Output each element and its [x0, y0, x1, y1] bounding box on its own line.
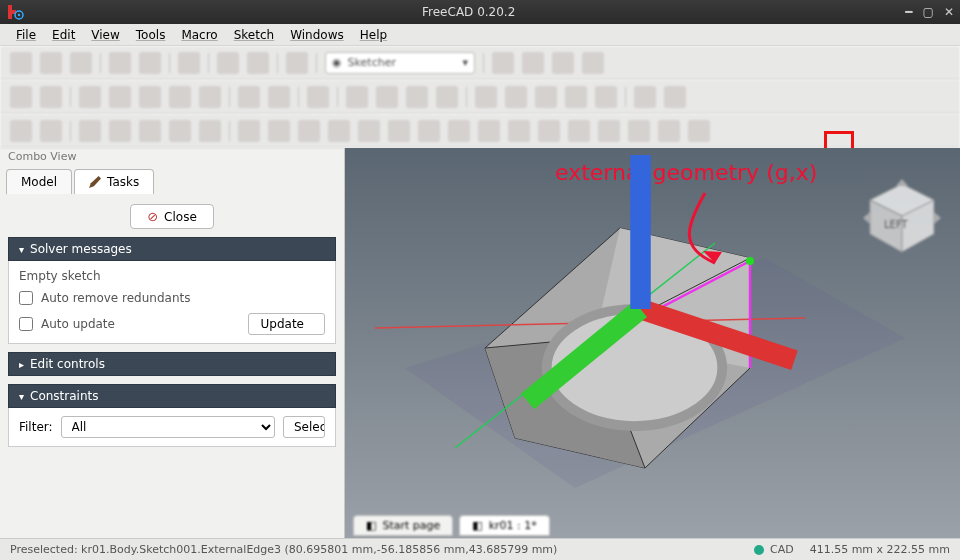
play-icon[interactable] [582, 52, 604, 74]
window-maximize-icon[interactable]: ▢ [923, 5, 934, 19]
right-arrow-icon[interactable] [169, 86, 191, 108]
sketch-enter-icon[interactable] [346, 86, 368, 108]
freecad-small-icon: ◧ [366, 519, 376, 532]
window-minimize-icon[interactable]: ━ [905, 5, 912, 19]
carbon-copy-icon[interactable] [658, 120, 680, 142]
menu-sketch[interactable]: Sketch [228, 26, 280, 44]
new-icon[interactable] [10, 52, 32, 74]
menu-tools[interactable]: Tools [130, 26, 172, 44]
constraints-icon-4[interactable] [565, 86, 587, 108]
front-icon[interactable] [109, 86, 131, 108]
3d-viewport[interactable]: external geometry (g,x) LEFT [345, 148, 960, 538]
constraints-icon-3[interactable] [535, 86, 557, 108]
menu-file[interactable]: File [10, 26, 42, 44]
close-button[interactable]: Close [130, 204, 214, 229]
slot-geom-icon[interactable] [478, 120, 500, 142]
toolbar-view [0, 80, 960, 114]
status-bar: Preselected: kr01.Body.Sketch001.Externa… [0, 538, 960, 560]
sketch-leave-icon[interactable] [376, 86, 398, 108]
combo-view-title: Combo View [0, 148, 344, 165]
ellipse-geom-icon[interactable] [328, 120, 350, 142]
status-indicator-icon [754, 545, 764, 555]
tab-model[interactable]: Model [6, 169, 72, 194]
constraints-icon-2[interactable] [505, 86, 527, 108]
edit-controls-header[interactable]: Edit controls [8, 352, 336, 376]
menu-macro[interactable]: Macro [175, 26, 223, 44]
open-icon[interactable] [40, 52, 62, 74]
polyline-geom-icon[interactable] [388, 120, 410, 142]
polygon-geom-icon[interactable] [448, 120, 470, 142]
circle-geom-icon[interactable] [298, 120, 320, 142]
auto-update-checkbox[interactable]: Auto update [19, 317, 115, 331]
rect-geom-icon[interactable] [418, 120, 440, 142]
chevron-down-icon: ▾ [462, 56, 468, 69]
macros-icon[interactable] [552, 52, 574, 74]
combo-view-panel: Combo View Model Tasks Close Solver mess… [0, 148, 345, 538]
tab-tasks[interactable]: Tasks [74, 169, 154, 194]
left-arrow-icon[interactable] [139, 86, 161, 108]
split-icon[interactable] [598, 120, 620, 142]
cube-icon[interactable] [199, 86, 221, 108]
whatsthis-icon[interactable] [286, 52, 308, 74]
record-icon[interactable] [492, 52, 514, 74]
drawmode-icon[interactable] [268, 86, 290, 108]
constraints-icon-5[interactable] [595, 86, 617, 108]
zoom-icon[interactable] [238, 86, 260, 108]
external-geometry-icon[interactable] [628, 120, 650, 142]
menu-windows[interactable]: Windows [284, 26, 350, 44]
menu-bar: File Edit View Tools Macro Sketch Window… [0, 24, 960, 46]
filter-select[interactable]: All [61, 416, 275, 438]
vert-constr-icon[interactable] [109, 120, 131, 142]
fit-sel-icon[interactable] [40, 86, 62, 108]
perp-constr-icon[interactable] [169, 120, 191, 142]
tab-kr01[interactable]: ◧ kr01 : 1* [459, 515, 550, 536]
mirror-icon[interactable] [634, 86, 656, 108]
merge-icon[interactable] [664, 86, 686, 108]
iso-icon[interactable] [79, 86, 101, 108]
status-nav-style[interactable]: CAD [770, 543, 794, 556]
extend-icon[interactable] [568, 120, 590, 142]
menu-help[interactable]: Help [354, 26, 393, 44]
status-dimensions: 411.55 mm x 222.55 mm [810, 543, 950, 556]
window-close-icon[interactable]: ✕ [944, 5, 954, 19]
sketch-map-icon[interactable] [436, 86, 458, 108]
line-tool-icon[interactable] [40, 120, 62, 142]
constraints-header[interactable]: Constraints [8, 384, 336, 408]
svg-line-25 [641, 309, 795, 360]
parallel-constr-icon[interactable] [139, 120, 161, 142]
menu-edit[interactable]: Edit [46, 26, 81, 44]
tab-start-page[interactable]: ◧ Start page [353, 515, 453, 536]
document-tabs: ◧ Start page ◧ kr01 : 1* [345, 512, 960, 538]
arc-geom-icon[interactable] [268, 120, 290, 142]
bspline-geom-icon[interactable] [358, 120, 380, 142]
sketch-view-icon[interactable] [406, 86, 428, 108]
point-tool-icon[interactable] [10, 120, 32, 142]
line-geom-icon[interactable] [238, 120, 260, 142]
svg-point-1 [18, 14, 20, 16]
macro-rec-icon[interactable] [217, 52, 239, 74]
workbench-selector[interactable]: ◉ Sketcher ▾ [325, 52, 475, 74]
window-titlebar: FreeCAD 0.20.2 ━ ▢ ✕ [0, 0, 960, 24]
redo-icon[interactable] [139, 52, 161, 74]
save-icon[interactable] [70, 52, 92, 74]
refresh-icon[interactable] [178, 52, 200, 74]
fit-all-icon[interactable] [10, 86, 32, 108]
measure-icon[interactable] [307, 86, 329, 108]
construction-icon[interactable] [688, 120, 710, 142]
axis-triad-icon [345, 148, 948, 504]
select-button[interactable]: Select [283, 416, 325, 438]
fillet-geom-icon[interactable] [508, 120, 530, 142]
doc-icon: ◧ [472, 519, 482, 532]
update-button[interactable]: Update [248, 313, 325, 335]
macro-play-icon[interactable] [247, 52, 269, 74]
tangent-constr-icon[interactable] [199, 120, 221, 142]
solver-messages-header[interactable]: Solver messages [8, 237, 336, 261]
undo-icon[interactable] [109, 52, 131, 74]
status-preselected: Preselected: kr01.Body.Sketch001.Externa… [10, 543, 557, 556]
constraints-icon-1[interactable] [475, 86, 497, 108]
menu-view[interactable]: View [85, 26, 125, 44]
horiz-constr-icon[interactable] [79, 120, 101, 142]
auto-remove-redundants-checkbox[interactable]: Auto remove redundants [19, 291, 325, 305]
trim-icon[interactable] [538, 120, 560, 142]
stop-icon[interactable] [522, 52, 544, 74]
